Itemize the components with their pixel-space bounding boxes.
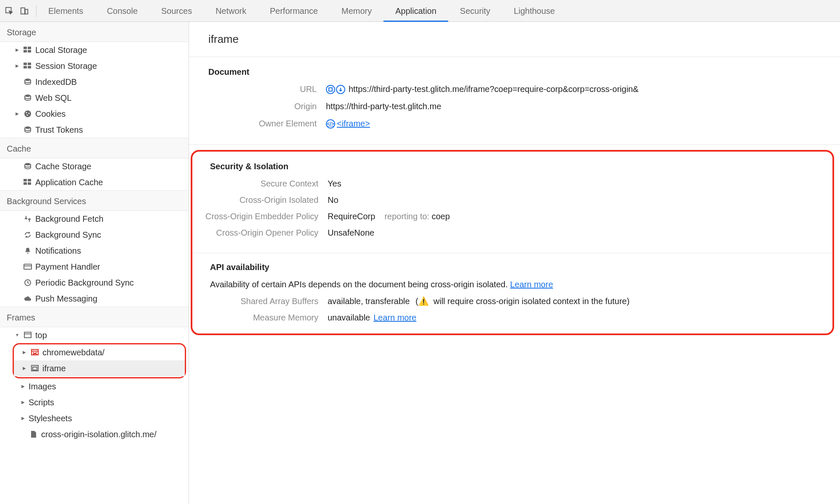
- learn-more-link[interactable]: Learn more: [373, 313, 416, 323]
- svg-rect-8: [28, 63, 31, 65]
- tree-label: Background Sync: [35, 228, 101, 241]
- sidebar-item-bg-sync[interactable]: Background Sync: [0, 227, 189, 243]
- sidebar-item-chromewebdata[interactable]: ▶ chromewebdata/: [14, 344, 185, 360]
- sidebar-item-bg-fetch[interactable]: Background Fetch: [0, 211, 189, 227]
- storage-icon: [23, 46, 33, 54]
- sidebar-item-coi-file[interactable]: cross-origin-isolation.glitch.me/: [0, 426, 189, 442]
- tree-label: IndexedDB: [35, 76, 77, 88]
- row-secure-context: Secure Context Yes: [210, 179, 816, 189]
- file-icon: [29, 430, 39, 438]
- sidebar-item-top-frame[interactable]: ▼ top: [0, 327, 189, 343]
- sab-label: Shared Array Buffers: [210, 297, 318, 306]
- svg-rect-20: [28, 179, 31, 181]
- database-icon: [23, 78, 33, 86]
- tab-console[interactable]: Console: [95, 0, 149, 22]
- coep-value: RequireCorp: [328, 212, 375, 221]
- svg-point-13: [24, 110, 31, 117]
- svg-rect-34: [329, 88, 332, 91]
- svg-point-14: [26, 112, 27, 113]
- tree-label: Session Storage: [35, 60, 97, 72]
- expand-arrow-icon: ▶: [20, 412, 26, 425]
- tree-label: cross-origin-isolation.glitch.me/: [41, 428, 157, 441]
- tree-label: Trust Tokens: [35, 123, 83, 136]
- tab-sources[interactable]: Sources: [150, 0, 204, 22]
- tree-label: iframe: [42, 362, 66, 375]
- database-icon: [23, 162, 33, 171]
- toolbar-left-controls: [3, 5, 37, 17]
- expand-arrow-icon: ▼: [14, 329, 20, 341]
- api-availability-section: API availability Availability of certain…: [192, 253, 832, 323]
- svg-rect-7: [24, 63, 27, 65]
- sidebar-item-notifications[interactable]: Notifications: [0, 243, 189, 259]
- coep-label: Cross-Origin Embedder Policy: [197, 212, 318, 221]
- fetch-icon: [23, 215, 33, 223]
- tree-label: Stylesheets: [29, 412, 72, 425]
- frames-section-header: Frames: [0, 307, 189, 327]
- svg-rect-1: [21, 8, 25, 14]
- sidebar-item-app-cache[interactable]: Application Cache: [0, 174, 189, 190]
- tab-network[interactable]: Network: [204, 0, 258, 22]
- clock-icon: [23, 278, 33, 287]
- sidebar-item-trust-tokens[interactable]: Trust Tokens: [0, 122, 189, 138]
- bgservices-section-header: Background Services: [0, 190, 189, 211]
- expand-arrow-icon: ▶: [14, 60, 20, 72]
- sidebar-item-periodic-sync[interactable]: Periodic Background Sync: [0, 275, 189, 291]
- secure-context-value: Yes: [328, 179, 341, 189]
- devtools-tabs: Elements Console Sources Network Perform…: [40, 0, 567, 22]
- sidebar-item-local-storage[interactable]: ▶ Local Storage: [0, 42, 189, 58]
- owner-element-link[interactable]: </> <iframe>: [326, 119, 370, 129]
- sidebar-item-cookies[interactable]: ▶ Cookies: [0, 106, 189, 122]
- secure-context-label: Secure Context: [210, 179, 318, 189]
- sidebar-item-session-storage[interactable]: ▶ Session Storage: [0, 58, 189, 74]
- sidebar-item-push-messaging[interactable]: Push Messaging: [0, 291, 189, 307]
- svg-rect-9: [24, 66, 27, 68]
- coep-reporting-value: coep: [432, 212, 450, 221]
- svg-point-11: [25, 79, 31, 81]
- tab-memory[interactable]: Memory: [330, 0, 383, 22]
- sidebar-item-stylesheets[interactable]: ▶ Stylesheets: [0, 410, 189, 426]
- storage-section-header: Storage: [0, 22, 189, 42]
- tree-label: Images: [29, 380, 56, 393]
- coop-label: Cross-Origin Opener Policy: [210, 228, 318, 238]
- sidebar-item-cache-storage[interactable]: Cache Storage: [0, 158, 189, 174]
- svg-rect-10: [28, 66, 31, 68]
- tab-lighthouse[interactable]: Lighthouse: [502, 0, 567, 22]
- tree-label: chromewebdata/: [42, 346, 105, 359]
- device-toolbar-icon[interactable]: [18, 5, 30, 17]
- sidebar-item-iframe[interactable]: ▶ iframe: [14, 360, 185, 376]
- tab-security[interactable]: Security: [448, 0, 502, 22]
- url-value: https://third-party-test.glitch.me/ifram…: [349, 84, 638, 94]
- sidebar-item-images[interactable]: ▶ Images: [0, 378, 189, 394]
- tab-elements[interactable]: Elements: [40, 0, 95, 22]
- row-coop: Cross-Origin Opener Policy UnsafeNone: [210, 228, 816, 238]
- svg-point-18: [25, 163, 31, 165]
- learn-more-link[interactable]: Learn more: [510, 280, 553, 289]
- sidebar-item-scripts[interactable]: ▶ Scripts: [0, 394, 189, 410]
- application-sidebar: Storage ▶ Local Storage ▶ Session Storag…: [0, 22, 189, 504]
- tab-application[interactable]: Application: [383, 0, 448, 22]
- coi-value: No: [328, 195, 339, 205]
- tab-performance[interactable]: Performance: [258, 0, 330, 22]
- expand-arrow-icon: ▶: [14, 108, 20, 120]
- sidebar-item-indexeddb[interactable]: IndexedDB: [0, 74, 189, 90]
- open-url-icon[interactable]: [336, 85, 345, 94]
- inspect-element-icon[interactable]: [3, 5, 15, 17]
- svg-rect-5: [24, 50, 27, 52]
- coop-value: UnsafeNone: [328, 228, 374, 238]
- svg-rect-23: [24, 264, 32, 269]
- sidebar-item-websql[interactable]: Web SQL: [0, 90, 189, 106]
- document-section: Document URL https://third-party-test.gl…: [189, 57, 840, 145]
- sidebar-item-payment-handler[interactable]: Payment Handler: [0, 259, 189, 275]
- expand-arrow-icon: ▶: [21, 362, 27, 375]
- svg-rect-2: [25, 9, 28, 14]
- row-shared-array-buffers: Shared Array Buffers available, transfer…: [210, 296, 816, 306]
- card-icon: [23, 262, 33, 271]
- svg-point-17: [25, 126, 31, 129]
- sync-icon: [23, 231, 33, 239]
- mem-label: Measure Memory: [210, 313, 318, 323]
- frame-icon: [23, 331, 33, 339]
- row-coep: Cross-Origin Embedder Policy RequireCorp…: [210, 212, 816, 221]
- svg-rect-3: [24, 47, 27, 49]
- copy-url-icon[interactable]: [326, 85, 335, 94]
- row-url: URL https://third-party-test.glitch.me/i…: [208, 84, 821, 94]
